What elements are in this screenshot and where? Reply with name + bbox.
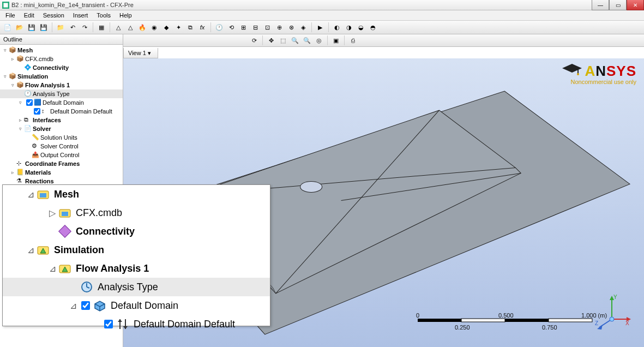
svg-rect-22 — [549, 319, 592, 322]
tree-label: Solver Control — [40, 143, 79, 149]
outline-tab[interactable]: Outline — [0, 34, 123, 45]
open-icon[interactable]: 📂 — [14, 22, 25, 33]
interface-icon[interactable]: ⧉ — [185, 22, 196, 33]
domain-default-checkbox[interactable] — [34, 108, 40, 115]
zoomin-icon[interactable]: 🔍 — [290, 35, 300, 46]
zoom-default-domain-default[interactable]: Default Domain Default — [3, 315, 270, 333]
zoom-default-domain[interactable]: ⊿Default Domain — [3, 296, 270, 315]
zoom-domain-default-checkbox[interactable] — [104, 320, 113, 328]
menu-insert[interactable]: Insert — [70, 12, 92, 19]
menu-tools[interactable]: Tools — [93, 12, 114, 19]
run-icon[interactable]: ▶ — [315, 22, 326, 33]
graduation-cap-icon — [561, 63, 583, 76]
solver3-icon[interactable]: ⊟ — [250, 22, 261, 33]
close-button[interactable]: ✕ — [627, 0, 644, 10]
param2-icon[interactable]: △ — [125, 22, 136, 33]
misc3-icon[interactable]: ◒ — [356, 22, 366, 33]
zoom-analysis-type[interactable]: Analysis Type — [3, 278, 270, 296]
zoomout-icon[interactable]: 🔍 — [302, 35, 312, 46]
param1-icon[interactable]: △ — [113, 22, 124, 33]
svg-rect-19 — [418, 319, 461, 322]
zoom-label: Mesh — [54, 189, 79, 200]
solver6-icon[interactable]: ⊗ — [286, 22, 297, 33]
menu-help[interactable]: Help — [116, 12, 135, 19]
zoom-domain-checkbox[interactable] — [81, 301, 90, 310]
undo-icon[interactable]: ↶ — [67, 22, 78, 33]
separator — [110, 22, 110, 32]
scale-tick: 0 — [416, 312, 419, 319]
svg-rect-21 — [505, 319, 549, 322]
save-icon[interactable]: 💾 — [26, 22, 37, 33]
bc-icon[interactable]: ◉ — [149, 22, 160, 33]
svg-rect-26 — [62, 212, 68, 216]
tree-solution-units[interactable]: 📏Solution Units — [0, 133, 123, 142]
misc1-icon[interactable]: ◐ — [332, 22, 342, 33]
svg-point-8 — [300, 181, 322, 192]
zoom-cfx[interactable]: ▷CFX.cmdb — [3, 204, 270, 222]
source-icon[interactable]: ✦ — [173, 22, 184, 33]
svg-marker-36 — [123, 326, 128, 329]
solver5-icon[interactable]: ⊕ — [274, 22, 285, 33]
tree-conn[interactable]: 💠Connectivity — [0, 63, 123, 72]
solver7-icon[interactable]: ◈ — [298, 22, 309, 33]
zoom-mesh[interactable]: ⊿Mesh — [3, 185, 270, 204]
menu-edit[interactable]: Edit — [21, 12, 38, 19]
tree-mesh[interactable]: ▿📦Mesh — [0, 46, 123, 55]
zoom-conn[interactable]: Connectivity — [3, 222, 270, 241]
flame-icon[interactable]: 🔥 — [137, 22, 148, 33]
tree-analysis-type[interactable]: 🕐Analysis Type — [0, 89, 123, 98]
misc4-icon[interactable]: ◓ — [368, 22, 378, 33]
subdomain-icon[interactable]: ◆ — [161, 22, 172, 33]
tree-interfaces[interactable]: ▹⧉Interfaces — [0, 116, 123, 124]
fit-icon[interactable]: ◎ — [314, 35, 324, 46]
tree-default-domain[interactable]: ▿🟦Default Domain — [0, 98, 123, 107]
view-toolbar: ⟳ ✥ ⬚ 🔍 🔍 ◎ ▣ ⎙ — [123, 34, 644, 47]
svg-rect-1 — [3, 3, 8, 7]
solver2-icon[interactable]: ⊞ — [238, 22, 249, 33]
separator — [52, 22, 52, 32]
zoom-label: Default Domain — [111, 300, 178, 312]
tree-sim[interactable]: ▿📦Simulation — [0, 72, 123, 81]
minimize-button[interactable]: — — [592, 0, 609, 10]
orbit-icon[interactable]: ⟳ — [249, 35, 260, 46]
zoom-label: Analysis Type — [98, 282, 158, 293]
maximize-button[interactable]: ▭ — [609, 0, 627, 10]
separator — [262, 35, 263, 45]
clock-icon[interactable]: 🕐 — [214, 22, 225, 33]
svg-rect-27 — [59, 225, 71, 238]
folder-icon[interactable]: 📁 — [55, 22, 66, 33]
svg-marker-9 — [562, 64, 582, 73]
zoom-sim[interactable]: ⊿Simulation — [3, 241, 270, 259]
new-icon[interactable]: 📄 — [2, 22, 13, 33]
domain-checkbox[interactable] — [26, 99, 33, 106]
separator — [311, 22, 312, 32]
menu-session[interactable]: Session — [40, 12, 68, 19]
mesh-icon[interactable]: ▦ — [96, 22, 107, 33]
tree-default-domain-default[interactable]: ↕Default Domain Default — [0, 107, 123, 116]
redo-icon[interactable]: ↷ — [79, 22, 90, 33]
tree-solver[interactable]: ▿📄Solver — [0, 124, 123, 133]
axis-y-label: Y — [613, 295, 617, 300]
zoom-label: Flow Analysis 1 — [76, 263, 149, 274]
isometric-icon[interactable]: ▣ — [330, 35, 341, 46]
tree-solver-control[interactable]: ⚙Solver Control — [0, 142, 123, 151]
saveas-icon[interactable]: 💾 — [38, 22, 49, 33]
solver1-icon[interactable]: ⟲ — [226, 22, 237, 33]
tree-label: Default Domain — [43, 99, 84, 106]
snapshot-icon[interactable]: ⎙ — [347, 35, 358, 46]
pan-icon[interactable]: ✥ — [266, 35, 276, 46]
misc2-icon[interactable]: ◑ — [344, 22, 354, 33]
fx-icon[interactable]: fx — [197, 22, 208, 33]
tree-output-control[interactable]: 📤Output Control — [0, 151, 123, 159]
tree-cfx[interactable]: ▹📦CFX.cmdb — [0, 55, 123, 63]
menu-file[interactable]: File — [2, 12, 19, 19]
scale-tick: 0.750 — [542, 324, 557, 331]
zoom-flow[interactable]: ⊿Flow Analysis 1 — [3, 259, 270, 278]
zoombox-icon[interactable]: ⬚ — [278, 35, 288, 46]
solver4-icon[interactable]: ⊡ — [262, 22, 273, 33]
tree-materials[interactable]: ▹📒Materials — [0, 168, 123, 177]
view-tab[interactable]: View 1 ▾ — [123, 48, 158, 58]
tree-label: CFX.cmdb — [25, 56, 53, 62]
tree-coord-frames[interactable]: ⊹Coordinate Frames — [0, 159, 123, 168]
tree-flow[interactable]: ▿📦Flow Analysis 1 — [0, 81, 123, 89]
